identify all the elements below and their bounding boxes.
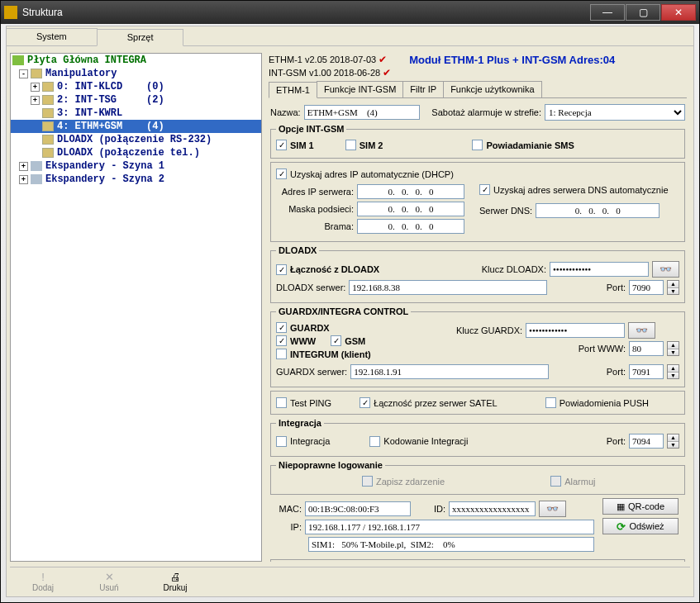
integration-port-input[interactable] (629, 434, 664, 449)
guardx-port-label: Port: (607, 367, 626, 377)
dloadx-legend: DLOADX (276, 245, 319, 255)
add-button[interactable]: ! Dodaj (10, 569, 76, 593)
reveal-key-button[interactable]: 👓 (628, 322, 655, 339)
expand-icon[interactable]: + (31, 83, 40, 92)
gw-label: Brama: (276, 221, 354, 231)
dloadx-key-label: Klucz DLOADX: (482, 264, 546, 274)
badlogin-fieldset: Niepoprawne logowanie Zapisz zdarzenie A… (270, 460, 685, 495)
integrum-checkbox[interactable]: INTEGRUM (klient) (276, 349, 371, 359)
badlogin-legend: Niepoprawne logowanie (276, 460, 385, 470)
ip-input[interactable] (357, 184, 464, 199)
port-spinner[interactable]: ▲▼ (667, 280, 679, 295)
reveal-id-button[interactable]: 👓 (539, 501, 566, 517)
device-tree[interactable]: Płyta Główna INTEGRA - Manipulatory +0: … (10, 53, 262, 562)
subtab-ethm1[interactable]: ETHM-1 (269, 82, 317, 98)
expand-icon[interactable]: + (19, 162, 28, 171)
details-pane: ETHM-1 v2.05 2018-07-03✔ INT-GSM v1.00 2… (265, 53, 690, 562)
tab-system[interactable]: System (6, 28, 98, 45)
sabotage-select[interactable]: 1: Recepcja (545, 104, 685, 121)
dloadx-server-input[interactable] (349, 280, 547, 295)
keypad-icon (42, 148, 54, 158)
subtab-userfn[interactable]: Funkcje użytkownika (443, 81, 542, 97)
dloadx-key-input[interactable] (550, 262, 649, 277)
dns-input[interactable] (536, 203, 660, 218)
tree-item[interactable]: DLOADX (połączenie RS-232) (57, 134, 212, 145)
maximize-button[interactable]: ▢ (626, 4, 660, 21)
dloadx-conn-checkbox[interactable]: ✓Łączność z DLOADX (276, 264, 379, 275)
maxlan-fieldset: Maksymalny czas braku kabla LAN: ▲▼ sek. (270, 559, 685, 562)
satel-checkbox[interactable]: ✓Łączność przez serwer SATEL (360, 397, 498, 408)
name-label: Nazwa: (270, 107, 301, 117)
tree-item[interactable]: 0: INT-KLCD (0) (57, 81, 164, 93)
guardx-legend: GUARDX/INTEGRA CONTROL (276, 306, 411, 316)
guardx-key-input[interactable] (526, 323, 625, 338)
refresh-button[interactable]: ⟳Odśwież (602, 518, 679, 534)
tree-item[interactable]: DLOADX (połączenie tel.) (57, 147, 200, 159)
dhcp-checkbox[interactable]: ✓Uzyskaj adres IP automatycznie (DHCP) (276, 169, 454, 179)
delete-button[interactable]: ✕ Usuń (76, 569, 142, 593)
push-checkbox[interactable]: Powiadomienia PUSH (545, 397, 649, 408)
integration-fieldset: Integracja Integracja Kodowanie Integrac… (270, 418, 685, 457)
intgsm-fieldset: Opcje INT-GSM ✓SIM 1 SIM 2 Powiadamianie… (270, 124, 685, 159)
save-event-checkbox[interactable]: Zapisz zdarzenie (362, 476, 445, 487)
sim2-checkbox[interactable]: SIM 2 (345, 140, 383, 150)
guardx-key-label: Klucz GUARDX: (456, 325, 522, 335)
subtab-intgsm[interactable]: Funkcje INT-GSM (317, 81, 403, 97)
ip-display[interactable] (305, 520, 594, 534)
tree-item[interactable]: 2: INT-TSG (2) (57, 94, 164, 106)
tree-exp2[interactable]: Ekspandery - Szyna 2 (45, 173, 164, 185)
guardx-checkbox[interactable]: ✓GUARDX (276, 322, 330, 333)
mask-label: Maska podsieci: (276, 204, 354, 214)
refresh-icon: ⟳ (617, 520, 626, 533)
port-spinner[interactable]: ▲▼ (667, 341, 679, 356)
subtab-filtrip[interactable]: Filtr IP (402, 81, 444, 97)
titlebar: Struktura — ▢ ✕ (1, 1, 699, 24)
close-button[interactable]: ✕ (661, 4, 696, 21)
ping-checkbox[interactable]: Test PING (276, 397, 331, 408)
www-checkbox[interactable]: ✓WWW (276, 335, 316, 346)
expand-icon[interactable]: - (19, 69, 28, 78)
expand-icon[interactable]: + (31, 96, 40, 105)
mac-input[interactable] (305, 501, 411, 516)
mask-input[interactable] (357, 202, 464, 216)
dloadx-port-label: Port: (607, 283, 626, 292)
id-label: ID: (434, 504, 445, 514)
main-tabs: System Sprzęt (7, 28, 693, 46)
integration-port-label: Port: (607, 436, 626, 446)
integration-checkbox[interactable]: Integracja (276, 436, 330, 447)
minimize-button[interactable]: — (590, 4, 625, 21)
tree-exp1[interactable]: Ekspandery - Szyna 1 (45, 160, 164, 172)
qr-button[interactable]: ▦QR-code (602, 498, 679, 515)
app-icon (4, 6, 17, 19)
tree-manipulatory[interactable]: Manipulatory (45, 68, 117, 79)
tree-item-selected[interactable]: 4: ETHM+GSM (4) (57, 121, 164, 132)
gw-input[interactable] (357, 219, 464, 234)
alarm-checkbox[interactable]: Alarmuj (550, 476, 595, 487)
firmware-line1: ETHM-1 v2.05 2018-07-03✔ (265, 53, 394, 66)
keypad-icon (42, 95, 54, 105)
tree-root[interactable]: Płyta Główna INTEGRA (27, 55, 146, 66)
sim1-checkbox[interactable]: ✓SIM 1 (276, 140, 314, 150)
keypad-icon (42, 135, 54, 145)
sms-checkbox[interactable]: Powiadamianie SMS (472, 140, 574, 150)
print-icon: 🖨 (170, 571, 181, 583)
dloadx-server-label: DLOADX serwer: (276, 283, 345, 292)
tree-item[interactable]: 3: INT-KWRL (57, 107, 122, 119)
dloadx-port-input[interactable] (629, 280, 664, 295)
dns-auto-checkbox[interactable]: ✓Uzyskaj adres serwera DNS automatycznie (479, 184, 669, 195)
print-button[interactable]: 🖨 Drukuj (142, 569, 208, 593)
delete-icon: ✕ (105, 571, 114, 583)
guardx-server-input[interactable] (350, 364, 549, 379)
port-spinner[interactable]: ▲▼ (667, 364, 679, 379)
tab-hardware[interactable]: Sprzęt (97, 29, 184, 46)
www-port-input[interactable] (629, 341, 664, 356)
expand-icon[interactable]: + (19, 175, 28, 184)
www-port-label: Port WWW: (579, 344, 626, 354)
guardx-port-input[interactable] (629, 364, 664, 379)
integration-code-checkbox[interactable]: Kodowanie Integracji (369, 436, 468, 447)
port-spinner[interactable]: ▲▼ (667, 434, 679, 449)
id-input[interactable] (449, 501, 536, 516)
name-input[interactable] (304, 105, 420, 120)
gsm-checkbox[interactable]: ✓GSM (331, 335, 365, 346)
reveal-key-button[interactable]: 👓 (652, 261, 679, 278)
